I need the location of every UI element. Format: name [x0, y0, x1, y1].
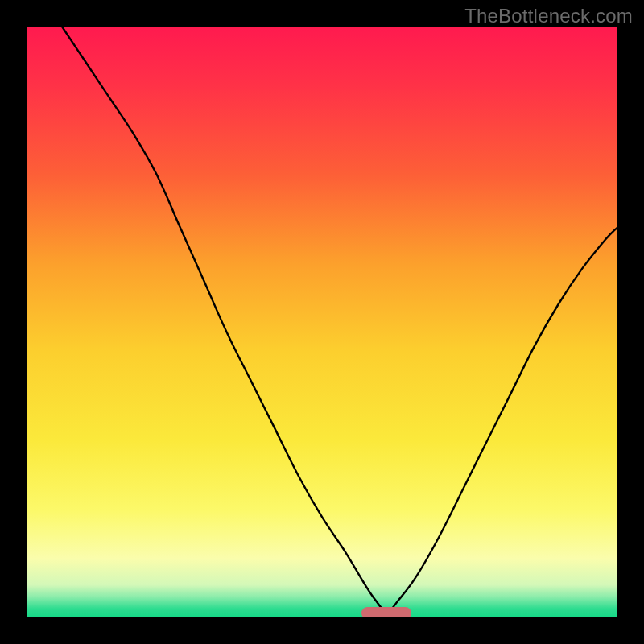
chart-frame: TheBottleneck.com — [0, 0, 644, 644]
optimal-marker — [361, 607, 411, 617]
curve-path — [62, 27, 617, 612]
bottleneck-curve — [27, 27, 617, 617]
watermark-text: TheBottleneck.com — [464, 5, 633, 27]
plot-area — [27, 27, 617, 617]
